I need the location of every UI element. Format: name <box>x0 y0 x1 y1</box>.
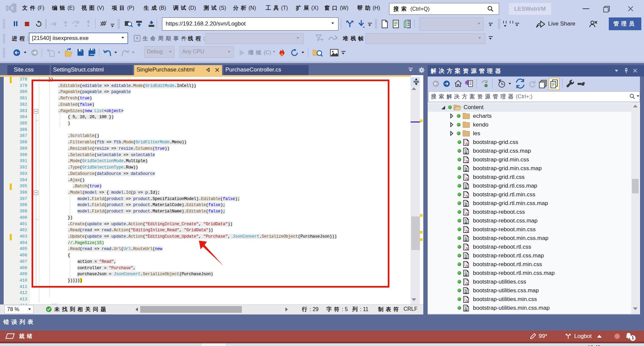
svg-text:A: A <box>465 298 468 303</box>
svg-text:A: A <box>465 158 468 163</box>
svg-text:A: A <box>465 281 468 286</box>
svg-text:A: A <box>465 263 468 268</box>
svg-text:A: A <box>465 228 468 233</box>
svg-text:A: A <box>465 141 468 146</box>
svg-text:A: A <box>465 246 468 251</box>
svg-text:A: A <box>465 211 468 216</box>
svg-text:A: A <box>465 193 468 198</box>
svg-text:A: A <box>465 176 468 181</box>
